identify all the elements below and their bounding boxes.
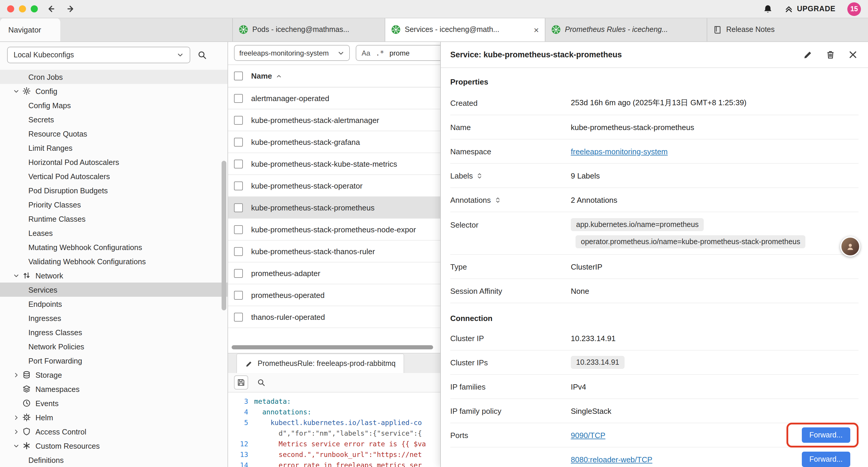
sidebar-item-limit-ranges[interactable]: Limit Ranges [0,141,227,155]
sidebar-item-storage[interactable]: Storage [0,368,227,382]
row-checkbox[interactable] [234,181,243,190]
row-checkbox[interactable] [234,203,243,212]
sidebar-item-config-maps[interactable]: Config Maps [0,98,227,112]
sidebar-item-cron-jobs[interactable]: Cron Jobs [0,70,227,84]
sidebar-item-network[interactable]: Network [0,268,227,283]
edit-button[interactable] [803,49,814,60]
port-link-9090[interactable]: 9090/TCP [571,431,606,439]
sidebar-item-resource-quotas[interactable]: Resource Quotas [0,126,227,141]
table-row[interactable]: kube-prometheus-stack-prometheus-node-ex… [228,219,441,241]
horizontal-scrollbar[interactable] [228,345,441,349]
table-row[interactable]: kube-prometheus-stack-kube-state-metrics [228,153,441,175]
annotations-expander[interactable]: 2 Annotations [571,195,859,204]
sidebar-item-network-policies[interactable]: Network Policies [0,339,227,353]
forward-button-8080[interactable]: Forward... [802,451,850,467]
sidebar-item-priority-classes[interactable]: Priority Classes [0,198,227,212]
sidebar-item-ingresses[interactable]: Ingresses [0,311,227,325]
list-search-input[interactable]: Aa .* prome [356,45,441,61]
tab-pods[interactable]: Pods - icecheng@mathmas... [232,18,385,41]
row-checkbox[interactable] [234,159,243,168]
table-row[interactable]: kube-prometheus-stack-thanos-ruler [228,241,441,262]
window-minimize-button[interactable] [19,5,26,12]
sidebar-item-custom-resources[interactable]: Custom Resources [0,439,227,453]
notifications-bell-icon[interactable] [763,4,773,14]
editor-toolbar [228,373,441,392]
back-button[interactable] [46,3,58,15]
sidebar-item-definitions[interactable]: Definitions [0,453,227,467]
chevron-right-icon [13,414,20,420]
tab-prometheus-rules[interactable]: Prometheus Rules - icecheng... [546,18,707,41]
sidebar-item-services[interactable]: Services [0,283,227,297]
sidebar-item-events[interactable]: Events [0,396,227,410]
properties-section-header: Properties [450,78,859,86]
row-checkbox[interactable] [234,138,243,146]
sidebar-item-config[interactable]: Config [0,84,227,98]
forward-button[interactable] [66,3,78,15]
table-row[interactable]: kube-prometheus-stack-alertmanager [228,109,441,131]
table-row[interactable]: prometheus-adapter [228,262,441,284]
yaml-editor[interactable]: 3metadata: 4 annotations: 5 kubectl.kube… [228,392,441,467]
namespace-link[interactable]: freeleaps-monitoring-system [571,147,668,156]
dock-tab-prometheusrule[interactable]: PrometheusRule: freeleaps-prod-rabbitmq [236,353,404,373]
tab-release-notes[interactable]: Release Notes [707,18,868,41]
table-row[interactable]: kube-prometheus-stack-grafana [228,131,441,153]
row-checkbox[interactable] [234,291,243,299]
sidebar-item-pod-disruption-budgets[interactable]: Pod Disruption Budgets [0,183,227,198]
sidebar-item-endpoints[interactable]: Endpoints [0,297,227,311]
select-all-checkbox[interactable] [234,71,243,80]
shield-icon [23,428,31,436]
upgrade-button[interactable]: UPGRADE [784,5,836,13]
forward-button-9090[interactable]: Forward... [802,428,850,443]
regex-toggle[interactable]: .* [375,49,384,57]
sidebar-item-secrets[interactable]: Secrets [0,112,227,126]
kubeconfig-selector[interactable]: Local Kubeconfigs [7,47,190,63]
horizontal-scrollbar-thumb[interactable] [231,345,433,349]
sidebar-item-validating-webhook-configurations[interactable]: Validating Webhook Configurations [0,254,227,268]
table-row[interactable]: kube-prometheus-stack-operator [228,175,441,197]
row-checkbox[interactable] [234,94,243,103]
delete-button[interactable] [826,49,836,60]
sidebar-scrollbar[interactable] [222,161,226,310]
avatar[interactable] [840,236,860,257]
save-button[interactable] [234,375,248,389]
sidebar-search-button[interactable] [197,49,209,61]
namespace-filter-dropdown[interactable]: freeleaps-monitoring-system [234,45,350,61]
detail-row-type: Type ClusterIP [450,255,859,279]
sidebar-item-port-forwarding[interactable]: Port Forwarding [0,353,227,368]
services-rows: alertmanager-operated kube-prometheus-st… [228,87,441,328]
row-checkbox[interactable] [234,116,243,124]
window-zoom-button[interactable] [31,5,38,12]
sort-ascending-icon [276,73,282,79]
kubernetes-icon [391,25,401,34]
editor-search-button[interactable] [254,375,268,389]
row-checkbox[interactable] [234,313,243,321]
close-drawer-button[interactable] [848,49,859,60]
sidebar-item-vertical-pod-autoscalers[interactable]: Vertical Pod Autoscalers [0,169,227,183]
sidebar-item-runtime-classes[interactable]: Runtime Classes [0,212,227,226]
row-checkbox[interactable] [234,247,243,256]
detail-row-session-affinity: Session Affinity None [450,279,859,303]
name-column-header[interactable]: Name [251,71,272,80]
table-row-selected[interactable]: kube-prometheus-stack-prometheus [228,197,441,219]
row-checkbox[interactable] [234,269,243,278]
port-link-8080[interactable]: 8080:reloader-web/TCP [571,455,652,464]
notification-count-badge[interactable]: 15 [847,2,861,16]
table-row[interactable]: thanos-ruler-operated [228,306,441,328]
detail-row-created: Created 253d 16h 6m ago (2025年1月13日 GMT+… [450,91,859,115]
sidebar-item-namespaces[interactable]: Namespaces [0,382,227,396]
tab-close-icon[interactable]: × [533,25,539,34]
match-case-toggle[interactable]: Aa [362,49,370,57]
row-checkbox[interactable] [234,225,243,234]
sidebar-item-mutating-webhook-configurations[interactable]: Mutating Webhook Configurations [0,240,227,254]
sidebar-item-horizontal-pod-autoscalers[interactable]: Horizontal Pod Autoscalers [0,155,227,169]
table-row[interactable]: prometheus-operated [228,284,441,306]
window-close-button[interactable] [7,5,14,12]
service-detail-drawer: Service: kube-prometheus-stack-prometheu… [440,41,868,467]
sidebar-item-ingress-classes[interactable]: Ingress Classes [0,325,227,339]
sidebar-item-access-control[interactable]: Access Control [0,425,227,439]
labels-expander[interactable]: 9 Labels [571,171,859,180]
sidebar-item-helm[interactable]: Helm [0,410,227,425]
tab-services[interactable]: Services - icecheng@math... × [385,18,546,41]
table-row[interactable]: alertmanager-operated [228,87,441,109]
sidebar-item-leases[interactable]: Leases [0,226,227,240]
